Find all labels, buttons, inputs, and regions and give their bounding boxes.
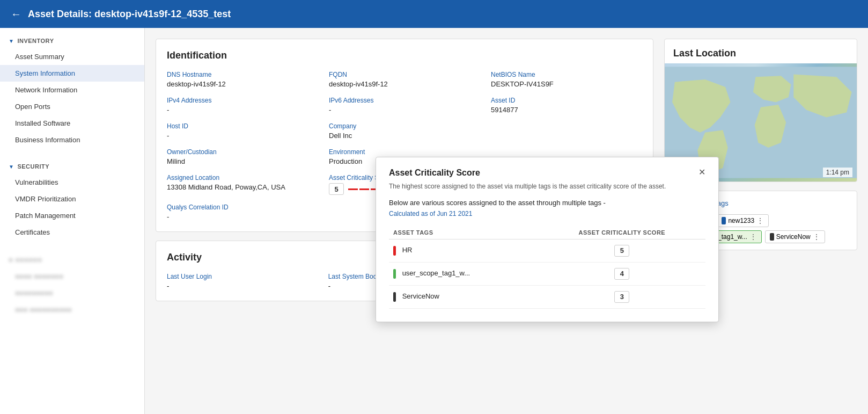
popup-close-button[interactable]: ✕ [698,168,705,177]
tag-menu-3[interactable]: ⋮ [749,233,757,241]
tag-menu-4[interactable]: ⋮ [813,233,820,241]
last-location-title: Last Location [665,39,857,63]
tag-hr-cell: HR [389,239,539,262]
ipv4-field: IPv4 Addresses - [167,97,318,114]
table-row: HR 5 [389,239,705,262]
sidebar-item-vmdr[interactable]: VMDR Prioritization [0,191,144,207]
popup-description: The highest score assigned to the asset … [389,182,705,191]
blurred-item-1: ●●●● ●●●●●●● [0,268,144,285]
criticality-score-popup: Asset Criticality Score ✕ The highest sc… [376,157,719,322]
back-button[interactable]: ← [11,8,21,20]
table-row: user_scope_tag1_w... 4 [389,262,705,285]
header-title: Asset Details: desktop-iv41s9f-12_4535_t… [28,9,231,20]
popup-scores-table: ASSET TAGS ASSET CRITICALITY SCORE HR 5 [389,226,705,309]
netbios-field: NetBIOS Name DESKTOP-IV41S9F [491,71,642,88]
hr-score-box: 5 [614,245,629,257]
user-scope-score-box: 4 [614,268,629,280]
popup-header: Asset Criticality Score ✕ [389,168,705,178]
dash-1 [348,188,358,190]
security-section-header: ▼ SECURITY [0,159,144,174]
popup-calc-date: Calculated as of Jun 21 2021 [389,210,705,217]
popup-table-header-row: ASSET TAGS ASSET CRITICALITY SCORE [389,226,705,239]
inventory-section-header: ▼ INVENTORY [0,33,144,48]
qualys-correlation-field: Qualys Correlation ID - [167,204,318,221]
blurred-item-2: ●●●●●●●●● [0,285,144,301]
hr-tag-color [393,246,396,256]
criticality-score-box[interactable]: 5 [329,183,344,195]
last-user-login-field: Last User Login - [167,273,320,290]
main-content: Identification DNS Hostname desktop-iv41… [145,28,868,414]
owner-field: Owner/Custodian Milind [167,148,318,165]
tag-label-2: new1233 [728,217,754,224]
asset-id-field: Asset ID 5914877 [491,97,642,114]
servicenow-score-box: 3 [614,291,629,303]
sidebar-item-network-information[interactable]: Network Information [0,82,144,98]
host-id-field: Host ID - [167,122,318,140]
popup-title: Asset Criticality Score [389,168,480,178]
security-triangle-icon: ▼ [9,164,14,170]
sidebar-item-asset-summary[interactable]: Asset Summary [0,48,144,65]
header: ← Asset Details: desktop-iv41s9f-12_4535… [0,0,868,28]
sidebar-item-installed-software[interactable]: Installed Software [0,115,144,132]
servicenow-score-cell: 3 [539,285,705,308]
user-scope-tag-color [393,269,396,279]
user-scope-score-cell: 4 [539,262,705,285]
hr-score-cell: 5 [539,239,705,262]
tag-label-4: ServiceNow [776,233,811,241]
sidebar-item-vulnerabilities[interactable]: Vulnerabilities [0,174,144,191]
col-criticality-score: ASSET CRITICALITY SCORE [539,226,705,239]
tag-color-4 [770,233,774,241]
blurred-item-3: ●●● ●●●●●●●●●● [0,301,144,318]
blurred-section-header: ● ●●●●●● [0,251,144,268]
dns-hostname-field: DNS Hostname desktop-iv41s9f-12 [167,71,318,88]
tag-menu-2[interactable]: ⋮ [756,216,764,225]
sidebar-item-certificates[interactable]: Certificates [0,224,144,241]
sidebar-item-patch[interactable]: Patch Management [0,207,144,224]
fqdn-field: FQDN desktop-iv41s9f-12 [329,71,480,88]
security-section: ▼ SECURITY Vulnerabilities VMDR Prioriti… [0,154,144,246]
tag-badge-4: ServiceNow ⋮ [765,230,825,243]
assigned-location-field: Assigned Location 13308 Midland Road, Po… [167,174,318,195]
servicenow-tag-color [393,292,396,302]
blurred-section: ● ●●●●●● ●●●● ●●●●●●● ●●●●●●●●● ●●● ●●●●… [0,246,144,323]
tag-badge-2: new1233 ⋮ [717,214,769,227]
sidebar-item-open-ports[interactable]: Open Ports [0,98,144,115]
dash-2 [359,188,369,190]
main-layout: ▼ INVENTORY Asset Summary System Informa… [0,28,868,414]
inventory-section: ▼ INVENTORY Asset Summary System Informa… [0,28,144,154]
empty-field-1 [491,122,642,140]
popup-subtitle: Below are various scores assigned to the… [389,199,705,207]
sidebar: ▼ INVENTORY Asset Summary System Informa… [0,28,145,414]
tag-user-scope-cell: user_scope_tag1_w... [389,262,539,285]
sidebar-item-business-information[interactable]: Business Information [0,132,144,148]
company-field: Company Dell Inc [329,122,480,140]
table-row: ServiceNow 3 [389,285,705,308]
map-time: 1:14 pm [823,168,852,177]
col-asset-tags: ASSET TAGS [389,226,539,239]
identification-title: Identification [167,50,642,61]
ipv6-field: IPv6 Addresses - [329,97,480,114]
inventory-triangle-icon: ▼ [9,38,14,44]
tag-color-2 [722,217,726,224]
tag-servicenow-cell: ServiceNow [389,285,539,308]
sidebar-item-system-information[interactable]: System Information [0,65,144,82]
